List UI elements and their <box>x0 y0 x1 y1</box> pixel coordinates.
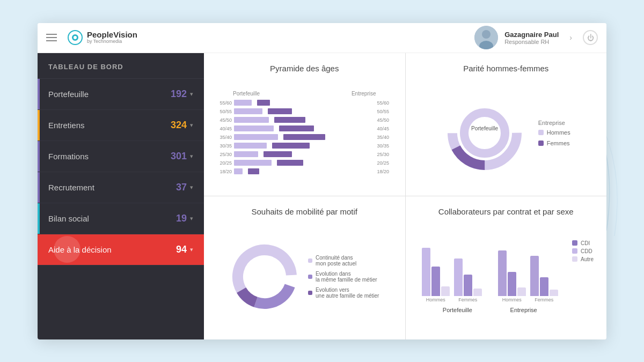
collab-legend-cdi: CDI <box>572 240 594 246</box>
user-info: Gazagnaire Paul Responsable RH <box>504 31 559 45</box>
sidebar-item-portefeuille[interactable]: Portefeuille 192 ▾ <box>38 79 204 110</box>
logo-icon <box>68 30 83 45</box>
chart-age-pyramid: Pyramide des âges Portefeuille Entrepris… <box>204 53 405 196</box>
legend-femmes: Femmes <box>538 140 570 146</box>
brand-name: PeopleVision <box>87 31 137 40</box>
brand-sub: by Technomedia <box>87 39 137 45</box>
sidebar-item-aide-decision[interactable]: Aide à la décision 94 ▾ <box>38 234 204 265</box>
legend-hommes: Hommes <box>538 129 570 136</box>
chevron-right-icon[interactable]: › <box>569 33 572 42</box>
power-button[interactable]: ⏻ <box>583 30 598 45</box>
sidebar-item-bilan-social[interactable]: Bilan social 19 ▾ <box>38 203 204 234</box>
hamburger-menu-button[interactable] <box>46 34 57 41</box>
collab-bar-2a <box>454 258 463 296</box>
collab-bar-3a <box>498 250 507 296</box>
collab-bars-4 <box>530 256 558 296</box>
user-area: Gazagnaire Paul Responsable RH › ⏻ <box>474 26 598 49</box>
collab-bar-4b <box>540 277 548 296</box>
parity-donut-svg: Portefeuille <box>442 93 528 173</box>
nav-label-recrutement: Recrutement <box>48 183 176 192</box>
legend-dot-autre <box>572 256 577 262</box>
header: PeopleVision by Technomedia Gazagnaire P… <box>38 23 606 53</box>
collab-label-h2: Hommes <box>502 297 522 302</box>
legend-label-cdd: CDD <box>581 248 592 254</box>
mobility-donut-svg <box>230 242 299 312</box>
legend-dot-2 <box>308 275 312 279</box>
collab-bars-2 <box>454 258 482 296</box>
pyramid-row: 55/6055/60 <box>217 99 392 107</box>
section-label-portefeuille: Portefeuille <box>443 307 472 313</box>
pyramid-row: 30/3530/35 <box>217 142 392 150</box>
nav-count-recrutement: 37 <box>176 182 187 193</box>
nav-label-entretiens: Entretiens <box>48 121 171 130</box>
legend-dot-femmes <box>538 141 544 146</box>
nav-count-formations: 301 <box>171 151 187 162</box>
sidebar-item-formations[interactable]: Formations 301 ▾ <box>38 141 204 172</box>
collab-label-f2: Femmes <box>535 297 553 302</box>
collab-bar-2c <box>473 289 482 296</box>
svg-text:Portefeuille: Portefeuille <box>471 125 498 131</box>
collab-legend-cdd: CDD <box>572 248 594 254</box>
sidebar-item-recrutement[interactable]: Recrutement 37 ▾ <box>38 172 204 203</box>
collab-label-f1: Femmes <box>458 297 477 302</box>
chart-body-mobility: Continuité dansmon poste actuel Evolutio… <box>217 223 392 331</box>
chart-body-collaborators: Hommes Femmes <box>419 223 594 331</box>
dashboard: Pyramide des âges Portefeuille Entrepris… <box>204 53 606 339</box>
legend-label-autre: Autre <box>581 256 594 262</box>
pyramid-row: 50/5550/55 <box>217 107 392 116</box>
legend-dot-cdi <box>572 240 577 246</box>
sidebar-item-entretiens[interactable]: Entretiens 324 ▾ <box>38 110 204 141</box>
chart-mobility: Souhaits de mobilité par motif <box>204 196 405 339</box>
sidebar: TABLEAU DE BORD Portefeuille 192 ▾ Entre… <box>38 53 204 339</box>
chart-body-parity: Portefeuille Entreprise Hommes <box>419 79 594 188</box>
nav-arrow-entretiens: ▾ <box>190 122 193 129</box>
legend-dot-1 <box>308 258 312 263</box>
collab-group-entreprise-femmes: Femmes <box>530 256 558 302</box>
mobility-legend-3: Evolution versune autre famille de métie… <box>308 287 379 299</box>
collab-bars-section: Hommes Femmes <box>419 240 562 313</box>
collab-chart-area: Hommes Femmes <box>419 240 594 313</box>
pyramid-row: 40/4540/45 <box>217 124 392 133</box>
collab-bar-3c <box>517 287 526 296</box>
chart-parity: Parité hommes-femmes Portefeuille <box>406 53 607 196</box>
donut-container: Portefeuille Entreprise Hommes <box>419 93 594 173</box>
nav-count-entretiens: 324 <box>171 120 187 131</box>
legend-dot-3 <box>308 291 312 295</box>
collab-bar-1a <box>422 248 430 296</box>
pyramid-row: 35/4035/40 <box>217 133 392 142</box>
parity-legend: Hommes Femmes <box>538 129 570 146</box>
collab-bar-4a <box>530 256 539 296</box>
nav-arrow-recrutement: ▾ <box>190 184 193 191</box>
nav-label-formations: Formations <box>48 152 171 161</box>
nav-arrow-formations: ▾ <box>190 153 193 160</box>
nav-label-bilan-social: Bilan social <box>48 214 176 223</box>
svg-point-18 <box>244 256 285 297</box>
chart-title-mobility: Souhaits de mobilité par motif <box>217 207 392 216</box>
svg-point-12 <box>464 113 505 153</box>
chart-title-parity: Parité hommes-femmes <box>419 64 594 73</box>
user-role: Responsable RH <box>504 39 559 45</box>
user-name: Gazagnaire Paul <box>504 31 559 39</box>
legend-label-cdi: CDI <box>581 240 590 246</box>
collab-bar-2b <box>464 275 472 296</box>
ripple-effect <box>54 236 80 263</box>
chart-body-age-pyramid: Portefeuille Entreprise 55/6055/6050/555… <box>217 79 392 188</box>
pyramid-row: 45/5045/50 <box>217 116 392 124</box>
collab-bars-3 <box>498 250 526 296</box>
collab-legend: CDI CDD Autre <box>572 240 594 262</box>
mobility-legend-1: Continuité dansmon poste actuel <box>308 255 379 267</box>
collab-legend-autre: Autre <box>572 256 594 262</box>
mobility-legend: Continuité dansmon poste actuel Evolutio… <box>308 255 379 299</box>
pyramid-row: 25/3025/30 <box>217 150 392 159</box>
collab-group-entreprise-hommes: Hommes <box>498 250 526 302</box>
nav-arrow-portefeuille: ▾ <box>190 91 193 98</box>
collab-section-labels: Portefeuille Entreprise <box>419 307 562 313</box>
sidebar-title: TABLEAU DE BORD <box>38 53 204 79</box>
nav-arrow-aide-decision: ▾ <box>190 246 193 253</box>
collab-bar-1c <box>441 286 450 296</box>
nav-arrow-bilan-social: ▾ <box>190 215 193 222</box>
nav-label-portefeuille: Portefeuille <box>48 90 171 99</box>
collab-bars-1 <box>422 248 450 296</box>
collab-label-h1: Hommes <box>426 297 445 302</box>
collab-group-portefeuille-femmes: Femmes <box>454 258 482 302</box>
